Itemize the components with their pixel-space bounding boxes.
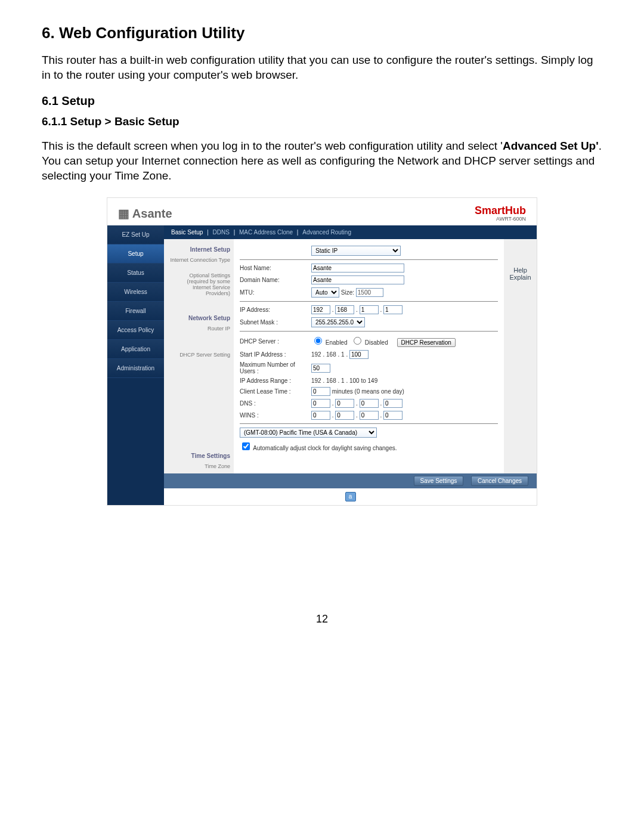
intro-paragraph: This router has a built-in web configura… bbox=[42, 53, 602, 82]
nav-wireless[interactable]: Wireless bbox=[107, 283, 164, 302]
sidebar-nav: EZ Set Up Setup Status Wireless Firewall… bbox=[107, 225, 164, 504]
dhcp-reservation-button[interactable]: DHCP Reservation bbox=[397, 338, 456, 347]
subnet-select[interactable]: 255.255.255.0 bbox=[311, 317, 365, 327]
section-network-setup: Network Setup bbox=[168, 315, 230, 321]
max-users-input[interactable] bbox=[311, 364, 330, 373]
wins-1[interactable] bbox=[311, 411, 330, 420]
section-internet-setup: Internet Setup bbox=[168, 246, 230, 253]
label-optional: Optional Settings (required by some Inte… bbox=[168, 273, 230, 297]
nav-access-policy[interactable]: Access Policy bbox=[107, 321, 164, 340]
mtu-mode-select[interactable]: Auto bbox=[311, 287, 339, 298]
label-router-ip: Router IP bbox=[168, 326, 230, 332]
nav-ez-setup[interactable]: EZ Set Up bbox=[107, 225, 164, 244]
footer-logo-icon: a bbox=[345, 492, 356, 501]
dns-2[interactable] bbox=[335, 399, 354, 408]
explain-link[interactable]: Explain bbox=[504, 274, 537, 281]
ip-octet-3[interactable] bbox=[360, 305, 379, 314]
basic-setup-paragraph: This is the default screen when you log … bbox=[42, 139, 602, 183]
wins-4[interactable] bbox=[383, 411, 402, 420]
lease-input[interactable] bbox=[311, 387, 330, 396]
dns-1[interactable] bbox=[311, 399, 330, 408]
nav-application[interactable]: Application bbox=[107, 340, 164, 359]
heading-6-1-1: 6.1.1 Setup > Basic Setup bbox=[42, 115, 602, 128]
wins-2[interactable] bbox=[335, 411, 354, 420]
ip-octet-2[interactable] bbox=[335, 305, 354, 314]
host-name-input[interactable] bbox=[311, 264, 404, 272]
dst-checkbox[interactable] bbox=[242, 442, 250, 450]
label-conn-type: Internet Connection Type bbox=[168, 258, 230, 264]
save-settings-button[interactable]: Save Settings bbox=[414, 476, 464, 486]
heading-6-1: 6.1 Setup bbox=[42, 94, 602, 108]
wins-3[interactable] bbox=[360, 411, 379, 420]
ip-octet-4[interactable] bbox=[383, 305, 402, 314]
heading-6: 6. Web Configuration Utility bbox=[42, 24, 602, 42]
page-number: 12 bbox=[42, 613, 602, 625]
subnav-basic-setup[interactable]: Basic Setup bbox=[169, 229, 205, 236]
conn-type-select[interactable]: Static IP bbox=[311, 246, 401, 256]
brand-product: SmartHub AWRT-600N bbox=[475, 205, 526, 222]
dhcp-disabled-radio[interactable] bbox=[354, 337, 361, 345]
subnav-mac-clone[interactable]: MAC Address Clone bbox=[237, 229, 295, 236]
brand-logo: ▦ Asante bbox=[118, 206, 172, 221]
nav-firewall[interactable]: Firewall bbox=[107, 302, 164, 321]
subnav: Basic Setup | DDNS | MAC Address Clone |… bbox=[164, 225, 537, 239]
cancel-changes-button[interactable]: Cancel Changes bbox=[471, 476, 528, 486]
nav-administration[interactable]: Administration bbox=[107, 359, 164, 378]
time-zone-select[interactable]: (GMT-08:00) Pacific Time (USA & Canada) bbox=[240, 428, 377, 438]
section-dhcp: DHCP Server Setting bbox=[168, 352, 230, 358]
label-time-zone: Time Zone bbox=[168, 464, 230, 470]
nav-status[interactable]: Status bbox=[107, 264, 164, 283]
ip-range-value: 192 . 168 . 1 . 100 to 149 bbox=[311, 377, 498, 384]
dns-3[interactable] bbox=[360, 399, 379, 408]
nav-setup[interactable]: Setup bbox=[107, 244, 164, 264]
help-link[interactable]: Help bbox=[504, 267, 537, 274]
dns-4[interactable] bbox=[383, 399, 402, 408]
mtu-size-input bbox=[356, 288, 383, 297]
dhcp-enabled-radio[interactable] bbox=[314, 337, 322, 345]
start-ip-last[interactable] bbox=[349, 350, 369, 359]
domain-name-input[interactable] bbox=[311, 275, 404, 284]
subnav-adv-routing[interactable]: Advanced Routing bbox=[300, 229, 354, 236]
section-time-settings: Time Settings bbox=[168, 453, 230, 459]
ip-octet-1[interactable] bbox=[311, 305, 330, 314]
subnav-ddns[interactable]: DDNS bbox=[210, 229, 232, 236]
router-admin-screenshot: ▦ Asante SmartHub AWRT-600N EZ Set Up Se… bbox=[107, 197, 537, 505]
